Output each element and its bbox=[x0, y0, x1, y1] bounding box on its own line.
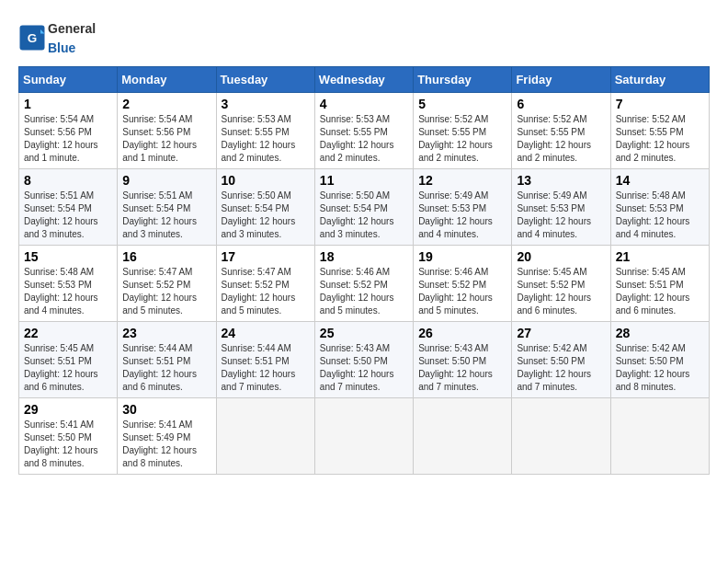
day-info: Sunrise: 5:46 AM Sunset: 5:52 PM Dayligh… bbox=[320, 266, 408, 317]
day-number: 27 bbox=[517, 326, 605, 340]
calendar-cell: 20 Sunrise: 5:45 AM Sunset: 5:52 PM Dayl… bbox=[512, 246, 610, 322]
calendar-cell: 11 Sunrise: 5:50 AM Sunset: 5:54 PM Dayl… bbox=[314, 169, 413, 246]
calendar-cell: 26 Sunrise: 5:43 AM Sunset: 5:50 PM Dayl… bbox=[414, 322, 512, 398]
calendar-cell: 12 Sunrise: 5:49 AM Sunset: 5:53 PM Dayl… bbox=[414, 169, 512, 246]
calendar-cell: 3 Sunrise: 5:53 AM Sunset: 5:55 PM Dayli… bbox=[216, 93, 314, 169]
day-number: 5 bbox=[418, 97, 506, 111]
calendar-cell: 27 Sunrise: 5:42 AM Sunset: 5:50 PM Dayl… bbox=[512, 322, 610, 398]
calendar-cell: 30 Sunrise: 5:41 AM Sunset: 5:49 PM Dayl… bbox=[118, 398, 216, 475]
day-info: Sunrise: 5:54 AM Sunset: 5:56 PM Dayligh… bbox=[122, 113, 210, 165]
day-info: Sunrise: 5:42 AM Sunset: 5:50 PM Dayligh… bbox=[517, 342, 605, 394]
calendar-cell: 25 Sunrise: 5:43 AM Sunset: 5:50 PM Dayl… bbox=[314, 322, 413, 398]
calendar-cell: 18 Sunrise: 5:46 AM Sunset: 5:52 PM Dayl… bbox=[314, 246, 413, 322]
day-number: 10 bbox=[222, 173, 310, 188]
day-info: Sunrise: 5:44 AM Sunset: 5:51 PM Dayligh… bbox=[122, 342, 210, 394]
calendar-week-1: 1 Sunrise: 5:54 AM Sunset: 5:56 PM Dayli… bbox=[19, 93, 710, 169]
calendar-cell: 17 Sunrise: 5:47 AM Sunset: 5:52 PM Dayl… bbox=[216, 246, 314, 322]
day-number: 23 bbox=[122, 326, 210, 340]
calendar-cell: 23 Sunrise: 5:44 AM Sunset: 5:51 PM Dayl… bbox=[118, 322, 216, 398]
calendar-cell bbox=[314, 398, 413, 475]
day-info: Sunrise: 5:47 AM Sunset: 5:52 PM Dayligh… bbox=[122, 266, 210, 317]
weekday-header-friday: Friday bbox=[512, 67, 610, 93]
calendar-cell: 15 Sunrise: 5:48 AM Sunset: 5:53 PM Dayl… bbox=[19, 246, 118, 322]
day-number: 2 bbox=[122, 97, 210, 111]
day-info: Sunrise: 5:41 AM Sunset: 5:50 PM Dayligh… bbox=[24, 419, 112, 470]
day-info: Sunrise: 5:52 AM Sunset: 5:55 PM Dayligh… bbox=[616, 113, 704, 165]
day-number: 28 bbox=[616, 326, 704, 340]
day-info: Sunrise: 5:50 AM Sunset: 5:54 PM Dayligh… bbox=[222, 190, 310, 241]
calendar-cell: 16 Sunrise: 5:47 AM Sunset: 5:52 PM Dayl… bbox=[118, 246, 216, 322]
calendar-week-5: 29 Sunrise: 5:41 AM Sunset: 5:50 PM Dayl… bbox=[19, 398, 710, 475]
day-number: 6 bbox=[517, 97, 605, 111]
day-info: Sunrise: 5:51 AM Sunset: 5:54 PM Dayligh… bbox=[24, 190, 112, 241]
day-info: Sunrise: 5:43 AM Sunset: 5:50 PM Dayligh… bbox=[320, 342, 408, 394]
day-number: 9 bbox=[122, 173, 210, 188]
weekday-header-wednesday: Wednesday bbox=[314, 67, 413, 93]
day-number: 18 bbox=[320, 249, 408, 264]
day-number: 11 bbox=[320, 173, 408, 188]
day-number: 30 bbox=[122, 402, 210, 417]
calendar-cell: 22 Sunrise: 5:45 AM Sunset: 5:51 PM Dayl… bbox=[19, 322, 118, 398]
day-number: 13 bbox=[517, 173, 605, 188]
calendar-cell: 7 Sunrise: 5:52 AM Sunset: 5:55 PM Dayli… bbox=[610, 93, 709, 169]
day-number: 15 bbox=[24, 249, 112, 264]
day-number: 7 bbox=[616, 97, 704, 111]
day-number: 24 bbox=[222, 326, 310, 340]
day-number: 26 bbox=[418, 326, 506, 340]
weekday-header-sunday: Sunday bbox=[19, 67, 118, 93]
day-info: Sunrise: 5:54 AM Sunset: 5:56 PM Dayligh… bbox=[24, 113, 112, 165]
day-info: Sunrise: 5:48 AM Sunset: 5:53 PM Dayligh… bbox=[24, 266, 112, 317]
day-info: Sunrise: 5:52 AM Sunset: 5:55 PM Dayligh… bbox=[517, 113, 605, 165]
calendar-cell bbox=[512, 398, 610, 475]
day-number: 22 bbox=[24, 326, 112, 340]
day-info: Sunrise: 5:46 AM Sunset: 5:52 PM Dayligh… bbox=[418, 266, 506, 317]
calendar-cell: 21 Sunrise: 5:45 AM Sunset: 5:51 PM Dayl… bbox=[610, 246, 709, 322]
weekday-header-tuesday: Tuesday bbox=[216, 67, 314, 93]
day-number: 16 bbox=[122, 249, 210, 264]
day-info: Sunrise: 5:41 AM Sunset: 5:49 PM Dayligh… bbox=[122, 419, 210, 470]
weekday-header-monday: Monday bbox=[118, 67, 216, 93]
calendar-cell: 9 Sunrise: 5:51 AM Sunset: 5:54 PM Dayli… bbox=[118, 169, 216, 246]
calendar-cell: 10 Sunrise: 5:50 AM Sunset: 5:54 PM Dayl… bbox=[216, 169, 314, 246]
day-info: Sunrise: 5:51 AM Sunset: 5:54 PM Dayligh… bbox=[122, 190, 210, 241]
day-number: 8 bbox=[24, 173, 112, 188]
day-info: Sunrise: 5:49 AM Sunset: 5:53 PM Dayligh… bbox=[418, 190, 506, 241]
logo-general: General bbox=[48, 21, 96, 36]
logo: G General Blue bbox=[18, 18, 96, 57]
day-number: 20 bbox=[517, 249, 605, 264]
logo-icon: G bbox=[18, 24, 46, 52]
day-info: Sunrise: 5:53 AM Sunset: 5:55 PM Dayligh… bbox=[320, 113, 408, 165]
calendar-cell: 2 Sunrise: 5:54 AM Sunset: 5:56 PM Dayli… bbox=[118, 93, 216, 169]
calendar-week-4: 22 Sunrise: 5:45 AM Sunset: 5:51 PM Dayl… bbox=[19, 322, 710, 398]
calendar-cell bbox=[610, 398, 709, 475]
calendar-cell bbox=[414, 398, 512, 475]
svg-text:G: G bbox=[28, 31, 38, 45]
day-info: Sunrise: 5:45 AM Sunset: 5:51 PM Dayligh… bbox=[616, 266, 704, 317]
day-info: Sunrise: 5:45 AM Sunset: 5:51 PM Dayligh… bbox=[24, 342, 112, 394]
calendar-cell: 4 Sunrise: 5:53 AM Sunset: 5:55 PM Dayli… bbox=[314, 93, 413, 169]
calendar-cell: 8 Sunrise: 5:51 AM Sunset: 5:54 PM Dayli… bbox=[19, 169, 118, 246]
day-number: 4 bbox=[320, 97, 408, 111]
day-info: Sunrise: 5:52 AM Sunset: 5:55 PM Dayligh… bbox=[418, 113, 506, 165]
day-info: Sunrise: 5:49 AM Sunset: 5:53 PM Dayligh… bbox=[517, 190, 605, 241]
day-number: 12 bbox=[418, 173, 506, 188]
day-number: 1 bbox=[24, 97, 112, 111]
day-number: 3 bbox=[222, 97, 310, 111]
weekday-header-row: SundayMondayTuesdayWednesdayThursdayFrid… bbox=[19, 67, 710, 93]
calendar-week-2: 8 Sunrise: 5:51 AM Sunset: 5:54 PM Dayli… bbox=[19, 169, 710, 246]
day-number: 17 bbox=[222, 249, 310, 264]
calendar-cell: 5 Sunrise: 5:52 AM Sunset: 5:55 PM Dayli… bbox=[414, 93, 512, 169]
calendar-cell: 13 Sunrise: 5:49 AM Sunset: 5:53 PM Dayl… bbox=[512, 169, 610, 246]
header: G General Blue bbox=[18, 18, 710, 57]
weekday-header-thursday: Thursday bbox=[414, 67, 512, 93]
calendar-cell: 24 Sunrise: 5:44 AM Sunset: 5:51 PM Dayl… bbox=[216, 322, 314, 398]
calendar-cell: 14 Sunrise: 5:48 AM Sunset: 5:53 PM Dayl… bbox=[610, 169, 709, 246]
weekday-header-saturday: Saturday bbox=[610, 67, 709, 93]
day-info: Sunrise: 5:50 AM Sunset: 5:54 PM Dayligh… bbox=[320, 190, 408, 241]
day-info: Sunrise: 5:43 AM Sunset: 5:50 PM Dayligh… bbox=[418, 342, 506, 394]
day-number: 21 bbox=[616, 249, 704, 264]
day-info: Sunrise: 5:45 AM Sunset: 5:52 PM Dayligh… bbox=[517, 266, 605, 317]
day-info: Sunrise: 5:48 AM Sunset: 5:53 PM Dayligh… bbox=[616, 190, 704, 241]
calendar-cell bbox=[216, 398, 314, 475]
day-number: 29 bbox=[24, 402, 112, 417]
